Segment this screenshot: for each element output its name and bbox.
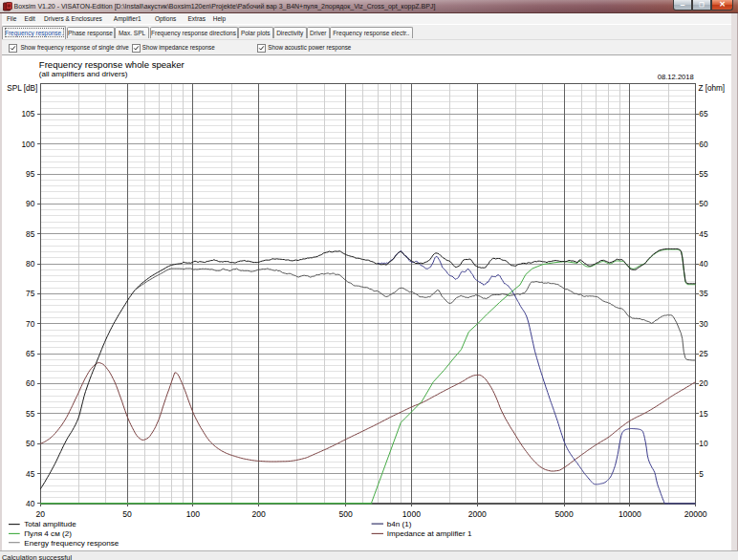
svg-text:55: 55: [26, 409, 35, 419]
svg-text:200: 200: [252, 509, 267, 519]
svg-text:40: 40: [699, 259, 708, 269]
svg-text:5000: 5000: [555, 509, 574, 519]
svg-text:45: 45: [26, 469, 35, 479]
svg-text:20: 20: [35, 509, 45, 519]
svg-text:Energy frequency response: Energy frequency response: [24, 539, 119, 548]
svg-text:100: 100: [21, 140, 34, 149]
svg-text:55: 55: [699, 169, 708, 179]
svg-text:1000: 1000: [402, 509, 421, 519]
svg-text:45: 45: [699, 229, 708, 239]
svg-text:Пуля 4 см (2): Пуля 4 см (2): [24, 529, 72, 538]
svg-text:60: 60: [699, 140, 708, 149]
svg-text:30: 30: [699, 319, 708, 329]
svg-text:65: 65: [26, 349, 35, 358]
svg-text:100: 100: [186, 509, 201, 519]
svg-text:50: 50: [26, 439, 35, 448]
svg-text:20000: 20000: [684, 509, 707, 519]
svg-text:Z [ohm]: Z [ohm]: [698, 84, 725, 93]
svg-text:70: 70: [26, 319, 35, 329]
svg-text:60: 60: [26, 378, 35, 388]
svg-text:20: 20: [699, 378, 708, 388]
svg-text:10: 10: [699, 439, 708, 448]
svg-text:SPL [dB]: SPL [dB]: [7, 84, 37, 93]
svg-text:Impedance at amplifier 1: Impedance at amplifier 1: [387, 529, 472, 538]
svg-text:2000: 2000: [468, 509, 487, 519]
svg-text:95: 95: [26, 169, 35, 179]
svg-text:40: 40: [26, 499, 35, 508]
svg-text:105: 105: [21, 109, 34, 118]
svg-text:50: 50: [122, 509, 132, 519]
svg-text:75: 75: [26, 289, 35, 298]
svg-text:90: 90: [26, 199, 35, 208]
svg-text:25: 25: [699, 349, 708, 358]
svg-text:Frequency response whole speak: Frequency response whole speaker: [39, 59, 185, 70]
svg-text:(all amplifiers and drivers): (all amplifiers and drivers): [39, 70, 128, 78]
svg-text:10000: 10000: [619, 509, 641, 519]
svg-text:80: 80: [26, 259, 35, 269]
svg-text:65: 65: [699, 109, 708, 118]
svg-text:35: 35: [699, 289, 708, 298]
svg-text:b4n (1): b4n (1): [387, 520, 412, 528]
svg-text:500: 500: [338, 509, 353, 519]
svg-text:08.12.2018: 08.12.2018: [658, 73, 694, 81]
svg-text:Total amplitude: Total amplitude: [24, 520, 76, 528]
svg-text:85: 85: [26, 229, 35, 239]
svg-text:50: 50: [699, 199, 708, 208]
svg-text:5: 5: [699, 469, 704, 479]
svg-text:15: 15: [699, 409, 708, 419]
